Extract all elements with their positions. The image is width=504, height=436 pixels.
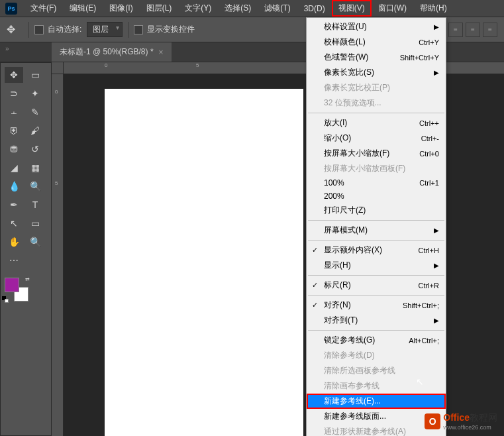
menu-shortcut: Shift+Ctrl+;	[403, 301, 439, 309]
menu-item[interactable]: 200%	[307, 190, 446, 203]
tab-title: 未标题-1 @ 50%(RGB/8) *	[60, 46, 154, 58]
close-icon[interactable]: ×	[159, 48, 164, 57]
menu-item[interactable]: 锁定参考线(G)Alt+Ctrl+;	[307, 333, 446, 348]
menu-item[interactable]: 新建参考线(E)...	[307, 394, 446, 409]
menu-separator	[308, 240, 444, 241]
menu-item[interactable]: 对齐到(T)▶	[307, 313, 446, 328]
menu-select[interactable]: 选择(S)	[218, 0, 258, 17]
menu-filter[interactable]: 滤镜(T)	[258, 0, 297, 17]
history-brush-tool[interactable]: ↺	[26, 141, 44, 157]
hand-tool[interactable]: ✋	[5, 234, 23, 250]
menu-item-label: 显示(H)	[324, 260, 351, 271]
magic-wand-tool[interactable]: ✦	[26, 85, 44, 101]
foreground-color[interactable]	[5, 278, 19, 292]
menu-item-label: 清除所选画板参考线	[324, 365, 395, 376]
menu-shortcut: Ctrl+1	[419, 179, 439, 187]
align-icon[interactable]: ≡	[483, 23, 497, 37]
edit-toolbar[interactable]: ⋯	[5, 252, 23, 268]
check-icon: ✓	[312, 301, 318, 309]
menu-item-label: 对齐(N)	[324, 300, 351, 311]
menu-separator	[308, 113, 444, 113]
menu-shortcut: Ctrl+0	[419, 150, 439, 158]
type-tool[interactable]: T	[26, 197, 44, 213]
pen-tool[interactable]: ✒	[5, 197, 23, 213]
menu-layer[interactable]: 图层(L)	[140, 0, 179, 17]
menu-item[interactable]: 显示(H)▶	[307, 258, 446, 273]
menu-shortcut: Ctrl+R	[419, 282, 439, 290]
menu-window[interactable]: 窗口(W)	[372, 0, 413, 17]
rectangle-tool[interactable]: ▭	[26, 215, 44, 231]
eraser-tool[interactable]: ◢	[5, 160, 23, 176]
menu-item-label: 100%	[324, 178, 344, 188]
menu-item-label: 新建参考线版面...	[324, 411, 386, 422]
zoom-tool[interactable]: 🔍	[26, 234, 44, 250]
menu-shortcut: Ctrl+H	[419, 246, 439, 254]
align-icon[interactable]: ≡	[466, 23, 480, 37]
marquee-tool[interactable]: ▭	[26, 67, 44, 83]
blur-tool[interactable]: 💧	[5, 178, 23, 194]
tab-chevrons-icon[interactable]: »	[5, 45, 9, 52]
clone-stamp-tool[interactable]: ⛃	[5, 141, 23, 157]
menu-edit[interactable]: 编辑(E)	[63, 0, 103, 17]
menu-item-label: 对齐到(T)	[324, 315, 358, 326]
menu-separator	[308, 295, 444, 296]
menu-image[interactable]: 图像(I)	[103, 0, 139, 17]
submenu-arrow-icon: ▶	[434, 69, 439, 76]
submenu-arrow-icon: ▶	[434, 23, 439, 30]
show-transform-checkbox[interactable]	[134, 25, 143, 34]
menu-type[interactable]: 文字(Y)	[178, 0, 218, 17]
submenu-arrow-icon: ▶	[434, 227, 439, 234]
align-icon[interactable]: ≡	[448, 23, 463, 37]
eyedropper-tool[interactable]: ✎	[26, 104, 44, 120]
menu-separator	[308, 220, 444, 221]
menu-item[interactable]: ✓标尺(R)Ctrl+R	[307, 278, 446, 293]
auto-select-checkbox[interactable]	[34, 25, 44, 34]
menu-item[interactable]: 像素长宽比(S)▶	[307, 65, 446, 80]
color-swatches[interactable]: ⇄	[5, 278, 28, 301]
menu-item[interactable]: 按屏幕大小缩放(F)Ctrl+0	[307, 146, 446, 161]
menu-item[interactable]: 缩小(O)Ctrl+-	[307, 131, 446, 146]
menu-3d[interactable]: 3D(D)	[297, 1, 332, 16]
menu-item: 清除参考线(D)	[307, 348, 446, 363]
menu-item[interactable]: ✓对齐(N)Shift+Ctrl+;	[307, 298, 446, 313]
menu-item-label: 显示额外内容(X)	[324, 245, 382, 256]
watermark-url: www.office26.com	[443, 424, 497, 431]
show-transform-label: 显示变换控件	[147, 24, 195, 35]
menu-view[interactable]: 视图(V)	[332, 0, 372, 17]
dodge-tool[interactable]: 🔍	[26, 178, 44, 194]
path-selection-tool[interactable]: ↖	[5, 215, 23, 231]
gradient-tool[interactable]: ▦	[26, 160, 44, 176]
menu-item: 按屏幕大小缩放画板(F)	[307, 161, 446, 176]
tools-panel: ✥ ▭ ⊃ ✦ ⫠ ✎ ⛨ 🖌 ⛃ ↺ ◢ ▦ 💧 🔍 ✒ T	[0, 62, 52, 436]
menu-item[interactable]: ✓显示额外内容(X)Ctrl+H	[307, 243, 446, 258]
menu-item[interactable]: 色域警告(W)Shift+Ctrl+Y	[307, 50, 446, 65]
menu-item-label: 新建参考线(E)...	[324, 396, 381, 407]
menubar: Ps 文件(F) 编辑(E) 图像(I) 图层(L) 文字(Y) 选择(S) 滤…	[0, 0, 504, 17]
menu-item[interactable]: 校样设置(U)▶	[307, 19, 446, 34]
layer-group-dropdown[interactable]: 图层	[87, 22, 123, 37]
default-colors-icon[interactable]	[2, 296, 9, 303]
auto-select-label: 自动选择:	[48, 24, 81, 35]
ruler-vertical[interactable]: 0 5	[52, 74, 64, 436]
menu-help[interactable]: 帮助(H)	[413, 0, 454, 17]
menu-item[interactable]: 放大(I)Ctrl++	[307, 115, 446, 131]
menu-item: 清除画布参考线	[307, 378, 446, 394]
document-canvas[interactable]	[105, 89, 303, 436]
menu-file[interactable]: 文件(F)	[24, 0, 63, 17]
brush-tool[interactable]: 🖌	[26, 123, 44, 138]
menu-item[interactable]: 打印尺寸(Z)	[307, 203, 446, 218]
move-tool[interactable]: ✥	[5, 67, 23, 83]
menu-separator	[308, 275, 444, 276]
lasso-tool[interactable]: ⊃	[5, 85, 23, 101]
menu-item-label: 清除画布参考线	[324, 380, 379, 392]
menu-shortcut: Shift+Ctrl+Y	[400, 54, 439, 62]
ruler-tick: 0	[55, 89, 58, 95]
menu-item[interactable]: 屏幕模式(M)▶	[307, 223, 446, 238]
crop-tool[interactable]: ⫠	[5, 104, 23, 120]
swap-colors-icon[interactable]: ⇄	[25, 276, 30, 282]
healing-brush-tool[interactable]: ⛨	[5, 123, 23, 138]
menu-item[interactable]: 100%Ctrl+1	[307, 176, 446, 190]
menu-item[interactable]: 校样颜色(L)Ctrl+Y	[307, 34, 446, 50]
menu-item-label: 校样设置(U)	[324, 21, 367, 32]
document-tab[interactable]: 未标题-1 @ 50%(RGB/8) * ×	[52, 42, 172, 62]
